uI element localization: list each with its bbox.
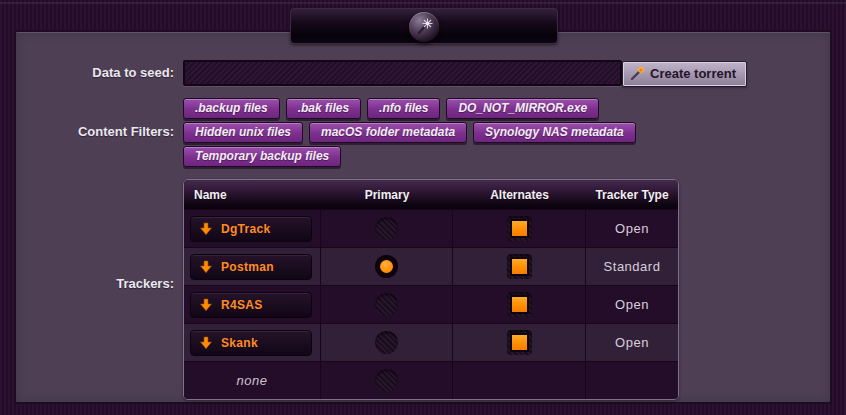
tracker-row: none [184, 361, 678, 399]
column-header-primary: Primary [321, 180, 453, 209]
primary-cell [321, 286, 453, 323]
tracker-none-label: none [184, 373, 320, 388]
primary-cell [321, 362, 453, 399]
content-filter-button[interactable]: DO_NOT_MIRROR.exe [446, 98, 599, 119]
tracker-name-button[interactable]: Postman [190, 254, 312, 280]
alternates-checkbox[interactable] [507, 254, 532, 279]
tracker-type-cell [586, 362, 678, 399]
content-filter-button[interactable]: .nfo files [367, 98, 440, 119]
tracker-type-cell: Open [586, 324, 678, 361]
tracker-name-cell: none [184, 362, 321, 399]
create-torrent-panel: Data to seed: Create torrent Content Fil… [14, 30, 832, 404]
primary-radio[interactable] [375, 217, 398, 240]
alternates-checkbox[interactable] [507, 216, 532, 241]
alternates-checkbox[interactable] [507, 330, 532, 355]
content-filters-label: Content Filters: [16, 124, 174, 140]
create-torrent-screen: { "section_header": { "toggle_icon": "ma… [0, 0, 846, 415]
tracker-name-label: DgTrack [221, 222, 270, 236]
content-filters-group: .backup files.bak files.nfo filesDO_NOT_… [183, 98, 636, 170]
tracker-name-cell: DgTrack [184, 210, 321, 247]
tracker-type-cell: Open [586, 210, 678, 247]
primary-cell [321, 210, 453, 247]
alternates-checkbox[interactable] [507, 292, 532, 317]
trackers-table: NamePrimaryAlternatesTracker Type DgTrac… [183, 179, 679, 400]
content-filter-button[interactable]: .backup files [183, 98, 280, 119]
tracker-row: R4SASOpen [184, 285, 678, 323]
primary-radio[interactable] [375, 255, 398, 278]
data-to-seed-input[interactable] [183, 60, 622, 86]
primary-radio[interactable] [375, 331, 398, 354]
content-filter-row: .backup files.bak files.nfo filesDO_NOT_… [183, 98, 636, 119]
tracker-name-cell: Postman [184, 248, 321, 285]
download-arrow-icon [199, 222, 213, 236]
content-filter-button[interactable]: macOS folder metadata [309, 122, 467, 143]
data-to-seed-label: Data to seed: [16, 65, 174, 81]
tracker-name-cell: R4SAS [184, 286, 321, 323]
section-header-bar [290, 8, 558, 44]
alternates-cell [453, 248, 586, 285]
primary-radio[interactable] [375, 293, 398, 316]
alternates-cell [453, 210, 586, 247]
tracker-row: DgTrackOpen [184, 209, 678, 247]
content-filter-button[interactable]: Temporary backup files [183, 146, 341, 167]
column-header-tracker-type: Tracker Type [586, 180, 678, 209]
primary-cell [321, 324, 453, 361]
magic-wand-sphere-icon[interactable] [409, 12, 439, 42]
tracker-type-cell: Open [586, 286, 678, 323]
create-torrent-button[interactable]: Create torrent [622, 61, 747, 87]
tracker-row: PostmanStandard [184, 247, 678, 285]
tracker-name-label: Skank [221, 336, 258, 350]
tracker-type-cell: Standard [586, 248, 678, 285]
create-torrent-label: Create torrent [650, 66, 736, 81]
primary-radio[interactable] [375, 369, 398, 392]
sparkle-wand-icon [411, 14, 437, 40]
download-arrow-icon [199, 260, 213, 274]
alternates-cell [453, 362, 586, 399]
trackers-table-header: NamePrimaryAlternatesTracker Type [184, 180, 678, 209]
download-arrow-icon [199, 336, 213, 350]
tracker-name-cell: Skank [184, 324, 321, 361]
magic-wand-icon [630, 66, 645, 81]
content-filter-button[interactable]: Synology NAS metadata [473, 122, 636, 143]
alternates-cell [453, 286, 586, 323]
column-header-alternates: Alternates [453, 180, 586, 209]
content-filter-button[interactable]: Hidden unix files [183, 122, 303, 143]
content-filter-button[interactable]: .bak files [286, 98, 361, 119]
tracker-name-button[interactable]: DgTrack [190, 216, 312, 242]
content-filter-row: Hidden unix filesmacOS folder metadataSy… [183, 122, 636, 143]
content-filter-row: Temporary backup files [183, 146, 636, 167]
column-header-name: Name [184, 180, 321, 209]
tracker-row: SkankOpen [184, 323, 678, 361]
tracker-name-button[interactable]: Skank [190, 330, 312, 356]
primary-cell [321, 248, 453, 285]
download-arrow-icon [199, 298, 213, 312]
tracker-name-button[interactable]: R4SAS [190, 292, 312, 318]
tracker-name-label: Postman [221, 260, 274, 274]
tracker-name-label: R4SAS [221, 298, 263, 312]
alternates-cell [453, 324, 586, 361]
trackers-label: Trackers: [16, 276, 174, 292]
